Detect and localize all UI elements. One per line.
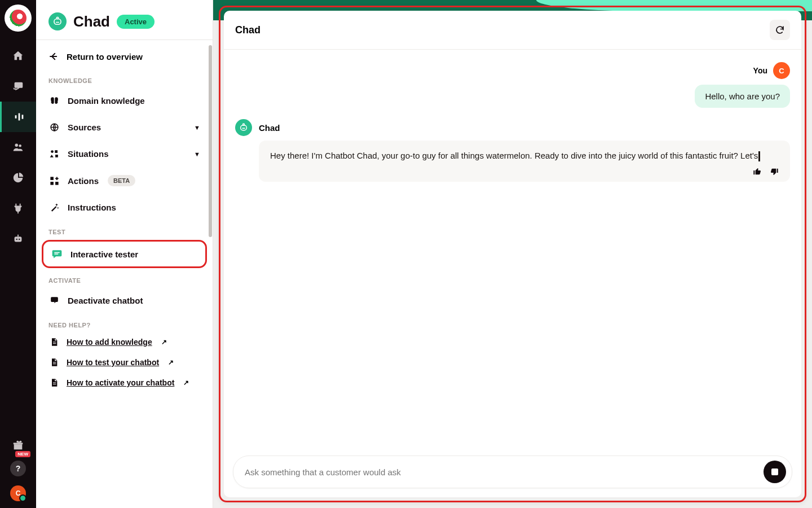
external-link-icon: ↗ bbox=[168, 358, 174, 366]
svg-rect-10 bbox=[14, 443, 23, 444]
external-link-icon: ↗ bbox=[183, 379, 189, 387]
chat-header: Chad bbox=[224, 11, 801, 50]
svg-rect-12 bbox=[57, 17, 59, 19]
magic-wand-icon bbox=[48, 202, 60, 213]
thumbs-down-icon bbox=[770, 167, 779, 176]
chat-input-bar bbox=[233, 456, 792, 488]
help-add-knowledge[interactable]: How to add knowledge ↗ bbox=[36, 332, 213, 352]
new-badge: NEW bbox=[15, 451, 30, 457]
thumbs-down-button[interactable] bbox=[770, 167, 779, 176]
external-link-icon: ↗ bbox=[161, 338, 167, 346]
nav-rail: NEW ? C bbox=[0, 0, 36, 508]
arrow-left-icon bbox=[48, 51, 59, 62]
people-icon bbox=[12, 141, 24, 154]
document-icon bbox=[48, 378, 60, 387]
chat-panel: Chad You C bbox=[219, 6, 806, 502]
svg-rect-15 bbox=[55, 150, 58, 153]
bot-name-label: Chad bbox=[259, 123, 280, 133]
svg-rect-16 bbox=[50, 177, 54, 180]
chevron-down-icon: ▼ bbox=[194, 151, 200, 157]
return-to-overview[interactable]: Return to overview bbox=[36, 40, 213, 69]
chat-input[interactable] bbox=[245, 467, 764, 477]
pie-chart-icon bbox=[12, 172, 24, 184]
main-area: Chad You C bbox=[213, 0, 812, 508]
app-logo[interactable] bbox=[5, 5, 32, 32]
globe-icon bbox=[48, 122, 60, 133]
bot-message-row: Chad Hey there! I'm Chatbot Chad, your g… bbox=[235, 119, 790, 182]
help-test-chatbot[interactable]: How to test your chatbot ↗ bbox=[36, 352, 213, 373]
svg-point-6 bbox=[16, 239, 17, 240]
user-message-bubble: Hello, who are you? bbox=[695, 85, 790, 108]
section-knowledge: KNOWLEDGE bbox=[36, 69, 213, 87]
plug-icon bbox=[12, 202, 24, 214]
chat-bubbles-icon bbox=[12, 80, 24, 93]
rail-reports[interactable] bbox=[0, 163, 36, 193]
stop-button[interactable] bbox=[764, 461, 786, 483]
you-label: You bbox=[753, 66, 767, 75]
chat-body: You C Hello, who are you? bbox=[224, 50, 801, 450]
rail-help[interactable]: ? bbox=[10, 461, 26, 476]
refresh-button[interactable] bbox=[770, 20, 790, 40]
section-help: NEED HELP? bbox=[36, 314, 213, 332]
document-icon bbox=[48, 338, 60, 347]
nav-sources[interactable]: Sources ▼ bbox=[36, 114, 213, 141]
thumbs-up-button[interactable] bbox=[753, 167, 762, 176]
rail-chatbot[interactable] bbox=[0, 102, 36, 132]
nav-actions[interactable]: Actions BETA bbox=[36, 167, 213, 194]
rail-user-avatar[interactable]: C bbox=[10, 485, 26, 501]
sidebar-header: Chad Active bbox=[36, 10, 213, 40]
bot-avatar bbox=[48, 12, 67, 30]
svg-point-3 bbox=[15, 144, 19, 147]
document-icon bbox=[48, 358, 60, 367]
svg-rect-8 bbox=[17, 235, 19, 237]
svg-point-14 bbox=[51, 150, 54, 153]
sidebar-bot-name: Chad bbox=[73, 13, 110, 30]
rail-contacts[interactable] bbox=[0, 132, 36, 163]
svg-rect-19 bbox=[241, 125, 247, 130]
question-mark-icon: ? bbox=[16, 464, 21, 473]
rail-integrations[interactable] bbox=[0, 193, 36, 224]
rail-conversations[interactable] bbox=[0, 71, 36, 102]
svg-point-7 bbox=[19, 239, 20, 240]
chat-bubbles-icon bbox=[48, 295, 60, 306]
chat-title: Chad bbox=[235, 24, 261, 36]
svg-rect-0 bbox=[15, 115, 16, 119]
svg-rect-2 bbox=[21, 115, 23, 119]
chat-icon bbox=[51, 248, 63, 260]
bot-face-icon bbox=[239, 123, 248, 132]
home-icon bbox=[12, 50, 24, 62]
svg-rect-1 bbox=[18, 113, 20, 121]
typing-cursor bbox=[758, 151, 760, 161]
apps-plus-icon bbox=[48, 176, 60, 186]
bot-face-icon bbox=[52, 16, 63, 27]
help-activate-chatbot[interactable]: How to activate your chatbot ↗ bbox=[36, 373, 213, 393]
bot-message-bubble: Hey there! I'm Chatbot Chad, your go-to … bbox=[259, 141, 790, 182]
beta-badge: BETA bbox=[108, 175, 135, 186]
nav-situations[interactable]: Situations ▼ bbox=[36, 141, 213, 167]
robot-icon bbox=[12, 233, 24, 245]
sidebar-scrollbar[interactable] bbox=[208, 45, 213, 508]
rail-bot[interactable] bbox=[0, 224, 36, 254]
gift-icon bbox=[12, 439, 24, 452]
refresh-icon bbox=[775, 25, 785, 35]
nav-interactive-tester[interactable]: Interactive tester bbox=[42, 240, 207, 268]
svg-point-4 bbox=[19, 144, 21, 147]
svg-rect-5 bbox=[15, 237, 22, 242]
svg-rect-9 bbox=[14, 444, 23, 449]
thumbs-up-icon bbox=[753, 167, 762, 176]
nav-deactivate[interactable]: Deactivate chatbot bbox=[36, 287, 213, 314]
nav-instructions[interactable]: Instructions bbox=[36, 194, 213, 221]
bot-avatar-small bbox=[235, 119, 252, 136]
shapes-icon bbox=[48, 148, 60, 159]
equalizer-icon bbox=[13, 111, 25, 123]
svg-rect-18 bbox=[55, 182, 59, 185]
rail-gifts[interactable]: NEW bbox=[0, 430, 36, 461]
section-test: TEST bbox=[36, 221, 213, 239]
svg-rect-11 bbox=[54, 19, 61, 25]
nav-domain-knowledge[interactable]: Domain knowledge bbox=[36, 87, 213, 114]
brain-icon bbox=[48, 95, 60, 106]
stop-icon bbox=[771, 468, 778, 475]
section-activate: ACTIVATE bbox=[36, 269, 213, 287]
rail-home[interactable] bbox=[0, 41, 36, 71]
svg-rect-20 bbox=[243, 124, 245, 125]
